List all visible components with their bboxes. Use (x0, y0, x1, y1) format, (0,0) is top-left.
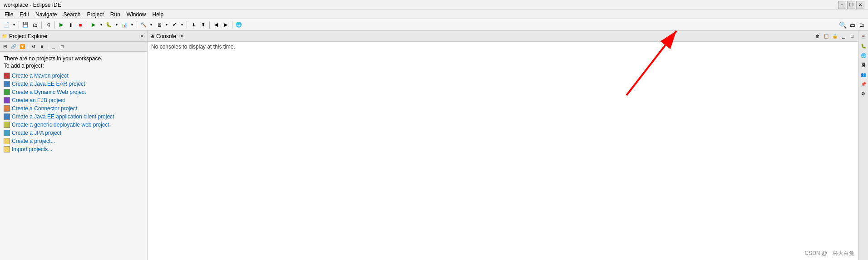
run-button[interactable]: ▶ (57, 20, 66, 29)
project-link-create-a-dynamic-web-project[interactable]: Create a Dynamic Web project (4, 89, 143, 95)
menu-item-edit[interactable]: Edit (17, 10, 32, 19)
console-clear[interactable]: 🗑 (814, 32, 822, 40)
panel-content: There are no projects in your workspace.… (0, 52, 147, 260)
project-link-create-a-project...[interactable]: Create a project... (4, 138, 143, 144)
toolbar-separator-8 (232, 21, 232, 29)
console-title-area: 🖥 Console ✕ (149, 33, 183, 39)
database-perspective[interactable]: 🗄 (859, 60, 868, 69)
server-dropdown[interactable]: ▾ (164, 20, 169, 29)
console-maximize[interactable]: □ (848, 32, 856, 40)
project-link-label: Create a project... (12, 138, 55, 144)
web-icon (4, 89, 10, 95)
menu-item-run[interactable]: Run (108, 10, 123, 19)
maximize-panel[interactable]: □ (58, 43, 66, 51)
web-perspective[interactable]: 🌐 (859, 51, 868, 60)
menu-item-search[interactable]: Search (60, 10, 83, 19)
stop-button[interactable]: ■ (76, 20, 85, 29)
console-title: Console (156, 33, 176, 39)
project-link-create-a-java-ee-application-c[interactable]: Create a Java EE application client proj… (4, 113, 143, 120)
menu-item-file[interactable]: File (2, 10, 16, 19)
profile-button[interactable]: 📊 (120, 20, 129, 29)
connector-icon (4, 105, 10, 112)
console-copy[interactable]: 📋 (822, 32, 830, 40)
panel-close-button[interactable]: ✕ (139, 33, 145, 39)
search-global[interactable]: 🔍 (838, 20, 847, 29)
link-with-editor[interactable]: 🔗 (10, 43, 18, 51)
new-dropdown[interactable]: ▾ (11, 20, 17, 29)
panel-settings[interactable]: ≡ (38, 43, 46, 51)
project-link-import-projects...[interactable]: Import projects... (4, 146, 143, 152)
panel-icon: 📁 (2, 34, 7, 39)
menu-item-help[interactable]: Help (150, 10, 167, 19)
git-perspective[interactable]: 📌 (859, 79, 868, 88)
external-browser[interactable]: 🌐 (234, 20, 243, 29)
save-button[interactable]: 💾 (21, 20, 30, 29)
pause-button[interactable]: ⏸ (66, 20, 75, 29)
print-button[interactable]: 🖨 (44, 20, 53, 29)
project-link-label: Create a Dynamic Web project (12, 89, 86, 95)
folder-icon (4, 146, 10, 152)
save-all-button[interactable]: 🗂 (30, 20, 39, 29)
sync-button[interactable]: ↺ (30, 43, 38, 51)
test-button[interactable]: ✔ (170, 20, 179, 29)
project-link-label: Create an EJB project (12, 97, 65, 103)
title-bar-controls: − ❐ ✕ (838, 1, 864, 9)
project-link-create-a-generic-deployable-we[interactable]: Create a generic deployable web project. (4, 122, 143, 128)
team-perspective[interactable]: 👥 (859, 70, 868, 79)
javaee-icon (4, 81, 10, 87)
toolbar-separator-6 (187, 21, 187, 29)
minimize-button[interactable]: − (838, 1, 846, 9)
test-dropdown[interactable]: ▾ (179, 20, 185, 29)
project-link-label: Import projects... (12, 146, 52, 152)
project-explorer-panel: 📁 Project Explorer ✕ ⊟ 🔗 🔽 ↺ ≡ _ □ There… (0, 31, 148, 260)
next-annotation[interactable]: ⬇ (189, 20, 198, 29)
client-icon (4, 113, 10, 120)
project-link-label: Create a generic deployable web project. (12, 122, 111, 128)
close-button[interactable]: ✕ (856, 1, 864, 9)
jpa-icon (4, 130, 10, 136)
restore-button[interactable]: ❐ (847, 1, 855, 9)
console-close-button[interactable]: ✕ (180, 34, 183, 39)
console-scroll-lock[interactable]: 🔒 (831, 32, 839, 40)
menu-item-project[interactable]: Project (84, 10, 106, 19)
debug-button[interactable]: 🐛 (104, 20, 113, 29)
debug-perspective[interactable]: 🐛 (859, 41, 868, 50)
toolbar-separator-2 (41, 21, 42, 29)
new-button[interactable]: 📄 (2, 20, 11, 29)
build-button[interactable]: 🔨 (139, 20, 148, 29)
console-icon: 🖥 (149, 34, 154, 39)
server-button[interactable]: 🖥 (154, 20, 163, 29)
run-dropdown[interactable]: ▾ (99, 20, 104, 29)
back-button[interactable]: ◀ (212, 20, 221, 29)
perspective-1[interactable]: 🗃 (848, 20, 857, 29)
collapse-all-button[interactable]: ⊟ (1, 43, 9, 51)
prev-annotation[interactable]: ⬆ (198, 20, 207, 29)
java-perspective[interactable]: ☕ (859, 32, 868, 41)
maven-icon (4, 73, 10, 79)
run-last-button[interactable]: ▶ (89, 20, 98, 29)
to-add-text: To add a project: (4, 63, 143, 69)
profile-dropdown[interactable]: ▾ (129, 20, 135, 29)
folder-icon (4, 138, 10, 144)
toolbar-separator-3 (54, 21, 55, 29)
panel-header: 📁 Project Explorer ✕ (0, 31, 147, 42)
panel-title-area: 📁 Project Explorer (2, 33, 48, 39)
forward-button[interactable]: ▶ (221, 20, 230, 29)
panel-separator-2 (48, 44, 48, 50)
project-link-create-an-ejb-project[interactable]: Create an EJB project (4, 97, 143, 103)
project-link-create-a-jpa-project[interactable]: Create a JPA project (4, 130, 143, 136)
debug-dropdown[interactable]: ▾ (114, 20, 119, 29)
project-link-create-a-maven-project[interactable]: Create a Maven project (4, 73, 143, 79)
minimize-panel[interactable]: _ (49, 43, 58, 51)
project-link-create-a-java-ee-ear-project[interactable]: Create a Java EE EAR project (4, 81, 143, 87)
extra-perspective[interactable]: ⚙ (859, 89, 868, 98)
build-dropdown[interactable]: ▾ (148, 20, 154, 29)
project-link-create-a-connector-project[interactable]: Create a Connector project (4, 105, 143, 112)
filter-button[interactable]: 🔽 (18, 43, 26, 51)
menu-item-navigate[interactable]: Navigate (33, 10, 59, 19)
perspective-2[interactable]: 🗂 (857, 20, 866, 29)
console-minimize[interactable]: _ (839, 32, 848, 40)
console-empty-text: No consoles to display at this time. (151, 44, 235, 50)
menu-item-window[interactable]: Window (124, 10, 149, 19)
project-link-label: Create a Java EE EAR project (12, 81, 85, 87)
